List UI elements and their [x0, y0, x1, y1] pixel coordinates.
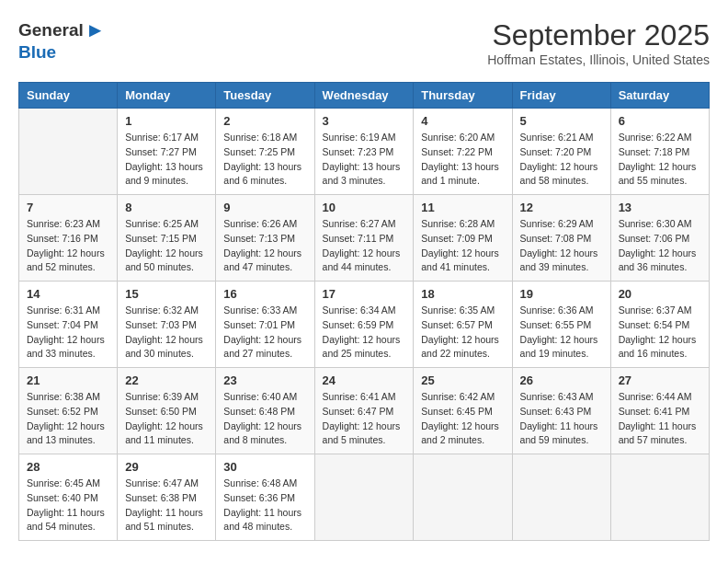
calendar-week-5: 28Sunrise: 6:45 AMSunset: 6:40 PMDayligh… [19, 454, 710, 541]
calendar-cell: 18Sunrise: 6:35 AMSunset: 6:57 PMDayligh… [414, 282, 512, 368]
calendar-week-1: 1Sunrise: 6:17 AMSunset: 7:27 PMDaylight… [19, 109, 710, 195]
calendar-cell: 28Sunrise: 6:45 AMSunset: 6:40 PMDayligh… [19, 454, 118, 541]
day-info: Sunrise: 6:21 AMSunset: 7:20 PMDaylight:… [520, 131, 603, 189]
logo-blue-text: Blue [18, 42, 56, 62]
calendar-table: SundayMondayTuesdayWednesdayThursdayFrid… [18, 82, 710, 541]
day-info: Sunrise: 6:29 AMSunset: 7:08 PMDaylight:… [520, 217, 603, 275]
calendar-cell: 10Sunrise: 6:27 AMSunset: 7:11 PMDayligh… [314, 195, 414, 282]
day-info: Sunrise: 6:47 AMSunset: 6:38 PMDaylight:… [125, 477, 208, 534]
location-title: Hoffman Estates, Illinois, United States [487, 52, 710, 67]
calendar-week-2: 7Sunrise: 6:23 AMSunset: 7:16 PMDaylight… [19, 195, 710, 282]
day-number: 28 [27, 460, 109, 474]
calendar-cell: 3Sunrise: 6:19 AMSunset: 7:23 PMDaylight… [314, 109, 414, 195]
day-number: 7 [27, 201, 109, 214]
day-number: 5 [520, 114, 603, 128]
title-section: September 2025 Hoffman Estates, Illinois… [487, 18, 710, 67]
logo: General ► Blue [18, 18, 106, 63]
calendar-cell: 23Sunrise: 6:40 AMSunset: 6:48 PMDayligh… [216, 368, 314, 454]
day-info: Sunrise: 6:36 AMSunset: 6:55 PMDaylight:… [520, 304, 603, 362]
calendar-cell: 11Sunrise: 6:28 AMSunset: 7:09 PMDayligh… [414, 195, 512, 282]
day-info: Sunrise: 6:28 AMSunset: 7:09 PMDaylight:… [421, 217, 504, 275]
day-number: 29 [125, 460, 208, 474]
day-info: Sunrise: 6:35 AMSunset: 6:57 PMDaylight:… [421, 304, 504, 362]
calendar-cell: 24Sunrise: 6:41 AMSunset: 6:47 PMDayligh… [314, 368, 414, 454]
day-number: 21 [27, 373, 109, 387]
day-number: 23 [223, 373, 306, 387]
day-number: 8 [125, 201, 208, 214]
calendar-cell: 30Sunrise: 6:48 AMSunset: 6:36 PMDayligh… [216, 454, 314, 541]
calendar-cell: 12Sunrise: 6:29 AMSunset: 7:08 PMDayligh… [512, 195, 610, 282]
day-number: 16 [223, 287, 306, 301]
calendar-cell [610, 454, 709, 541]
day-info: Sunrise: 6:45 AMSunset: 6:40 PMDaylight:… [27, 477, 109, 534]
month-title: September 2025 [487, 18, 710, 52]
day-info: Sunrise: 6:23 AMSunset: 7:16 PMDaylight:… [27, 217, 109, 275]
calendar-cell: 7Sunrise: 6:23 AMSunset: 7:16 PMDaylight… [19, 195, 118, 282]
day-info: Sunrise: 6:34 AMSunset: 6:59 PMDaylight:… [323, 304, 406, 362]
calendar-cell: 14Sunrise: 6:31 AMSunset: 7:04 PMDayligh… [19, 282, 118, 368]
day-info: Sunrise: 6:42 AMSunset: 6:45 PMDaylight:… [421, 390, 504, 448]
calendar-cell: 4Sunrise: 6:20 AMSunset: 7:22 PMDaylight… [414, 109, 512, 195]
calendar-cell: 20Sunrise: 6:37 AMSunset: 6:54 PMDayligh… [610, 282, 709, 368]
calendar-week-3: 14Sunrise: 6:31 AMSunset: 7:04 PMDayligh… [19, 282, 710, 368]
calendar-cell: 13Sunrise: 6:30 AMSunset: 7:06 PMDayligh… [610, 195, 709, 282]
calendar-cell: 19Sunrise: 6:36 AMSunset: 6:55 PMDayligh… [512, 282, 610, 368]
calendar-cell: 6Sunrise: 6:22 AMSunset: 7:18 PMDaylight… [610, 109, 709, 195]
day-number: 13 [619, 201, 701, 214]
calendar-header-tuesday: Tuesday [216, 83, 314, 109]
day-info: Sunrise: 6:31 AMSunset: 7:04 PMDaylight:… [27, 304, 109, 362]
calendar-header-wednesday: Wednesday [314, 83, 414, 109]
calendar-cell: 1Sunrise: 6:17 AMSunset: 7:27 PMDaylight… [118, 109, 216, 195]
day-info: Sunrise: 6:33 AMSunset: 7:01 PMDaylight:… [223, 304, 306, 362]
calendar-header-friday: Friday [512, 83, 610, 109]
calendar-header-row: SundayMondayTuesdayWednesdayThursdayFrid… [19, 83, 710, 109]
calendar-cell: 21Sunrise: 6:38 AMSunset: 6:52 PMDayligh… [19, 368, 118, 454]
day-info: Sunrise: 6:40 AMSunset: 6:48 PMDaylight:… [223, 390, 306, 448]
day-info: Sunrise: 6:26 AMSunset: 7:13 PMDaylight:… [223, 217, 306, 275]
calendar-cell: 17Sunrise: 6:34 AMSunset: 6:59 PMDayligh… [314, 282, 414, 368]
calendar-cell [512, 454, 610, 541]
calendar-header-thursday: Thursday [414, 83, 512, 109]
day-info: Sunrise: 6:44 AMSunset: 6:41 PMDaylight:… [619, 390, 701, 448]
logo-bird-icon: ► [85, 18, 106, 42]
day-number: 9 [223, 201, 306, 214]
calendar-cell: 25Sunrise: 6:42 AMSunset: 6:45 PMDayligh… [414, 368, 512, 454]
calendar-cell [314, 454, 414, 541]
day-number: 25 [421, 373, 504, 387]
day-info: Sunrise: 6:20 AMSunset: 7:22 PMDaylight:… [421, 131, 504, 189]
day-info: Sunrise: 6:22 AMSunset: 7:18 PMDaylight:… [619, 131, 701, 189]
calendar-cell [19, 109, 118, 195]
day-number: 17 [323, 287, 406, 301]
day-info: Sunrise: 6:43 AMSunset: 6:43 PMDaylight:… [520, 390, 603, 448]
day-number: 11 [421, 201, 504, 214]
day-number: 15 [125, 287, 208, 301]
day-number: 14 [27, 287, 109, 301]
day-number: 26 [520, 373, 603, 387]
calendar-cell: 22Sunrise: 6:39 AMSunset: 6:50 PMDayligh… [118, 368, 216, 454]
page-header: General ► Blue September 2025 Hoffman Es… [18, 18, 710, 67]
calendar-header-saturday: Saturday [610, 83, 709, 109]
calendar-cell: 16Sunrise: 6:33 AMSunset: 7:01 PMDayligh… [216, 282, 314, 368]
day-number: 6 [619, 114, 701, 128]
day-info: Sunrise: 6:48 AMSunset: 6:36 PMDaylight:… [223, 477, 306, 534]
day-info: Sunrise: 6:30 AMSunset: 7:06 PMDaylight:… [619, 217, 701, 275]
day-number: 18 [421, 287, 504, 301]
calendar-header-monday: Monday [118, 83, 216, 109]
calendar-cell: 2Sunrise: 6:18 AMSunset: 7:25 PMDaylight… [216, 109, 314, 195]
day-number: 30 [223, 460, 306, 474]
logo-wrapper: General ► [18, 18, 106, 42]
calendar-cell: 15Sunrise: 6:32 AMSunset: 7:03 PMDayligh… [118, 282, 216, 368]
day-info: Sunrise: 6:27 AMSunset: 7:11 PMDaylight:… [323, 217, 406, 275]
day-info: Sunrise: 6:38 AMSunset: 6:52 PMDaylight:… [27, 390, 109, 448]
day-number: 4 [421, 114, 504, 128]
calendar-week-4: 21Sunrise: 6:38 AMSunset: 6:52 PMDayligh… [19, 368, 710, 454]
calendar-header-sunday: Sunday [19, 83, 118, 109]
day-number: 20 [619, 287, 701, 301]
day-number: 2 [223, 114, 306, 128]
calendar-cell [414, 454, 512, 541]
day-number: 1 [125, 114, 208, 128]
day-number: 27 [619, 373, 701, 387]
day-number: 24 [323, 373, 406, 387]
day-number: 10 [323, 201, 406, 214]
day-number: 22 [125, 373, 208, 387]
